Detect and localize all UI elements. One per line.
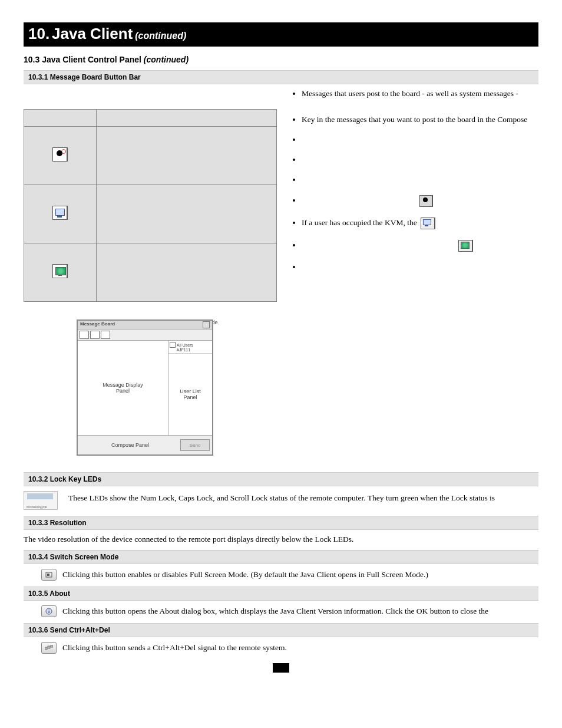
section-number-title: 10.3 Java Client Control Panel (24, 55, 141, 64)
right-column: Messages that users post to the board - … (291, 89, 538, 282)
table-row (24, 243, 277, 302)
list-item: Messages that users post to the board - … (302, 89, 538, 98)
ctrl-alt-del-button-icon[interactable] (41, 642, 57, 654)
chat-disable-icon (52, 147, 68, 162)
lock-key-row: These LEDs show the Num Lock, Caps Lock,… (24, 491, 538, 510)
table-row (24, 185, 277, 243)
user-list-label: User List Panel (180, 388, 201, 400)
button-bar-icon-table (24, 109, 277, 302)
toolbar-button-icon (80, 331, 89, 339)
chapter-title: Java Client (52, 25, 133, 42)
list-item (302, 240, 538, 252)
subsection-heading-1032: 10.3.2 Lock Key LEDs (24, 472, 538, 486)
list-item: Key in the messages that you want to pos… (302, 115, 538, 124)
message-display-label: Message Display Panel (103, 382, 143, 394)
resolution-text: The video resolution of the device conne… (24, 535, 538, 544)
switch-screen-text: Clicking this button enables or disables… (62, 570, 428, 579)
svg-rect-5 (47, 574, 49, 576)
list-item (302, 262, 538, 272)
message-board-window: Message Board Message Display Panel (77, 319, 213, 456)
compose-label: Compose Panel (80, 442, 180, 448)
message-display-panel: Message Display Panel (78, 341, 168, 435)
page-number (24, 663, 538, 675)
ctrl-alt-del-text: Clicking this button sends a Ctrl+Alt+De… (62, 643, 287, 653)
two-column-layout: Button Bar Hide / Unhide User List Messa… (24, 89, 538, 456)
window-control-icon (203, 321, 210, 328)
toolbar-button-icon (90, 331, 100, 339)
svg-rect-8 (45, 647, 47, 650)
list-item (302, 135, 538, 144)
message-board-buttonbar (78, 330, 212, 341)
compose-panel: Compose Panel Send (78, 435, 212, 454)
user-list-header: All Users #JF111 (168, 341, 212, 354)
section-continued: (continued) (144, 55, 189, 64)
subsection-heading-1036: 10.3.6 Send Ctrl+Alt+Del (24, 623, 538, 637)
toolbar-button-icon (101, 331, 110, 339)
kvm-occupy-icon (52, 206, 68, 220)
subsection-heading-1034: 10.3.4 Switch Screen Mode (24, 550, 538, 564)
chat-disable-icon (419, 195, 433, 207)
list-item: If a user has occupied the KVM, the (302, 218, 538, 229)
svg-rect-9 (48, 646, 50, 648)
message-board-titlebar: Message Board (78, 321, 212, 330)
all-users-label: All Users (177, 343, 193, 347)
message-board-title: Message Board (80, 321, 115, 328)
section-title: 10.3 Java Client Control Panel (continue… (24, 55, 538, 64)
page: 10. Java Client (continued) 10.3 Java Cl… (0, 0, 562, 699)
about-button-icon[interactable]: i (41, 605, 57, 617)
chapter-bar: 10. Java Client (continued) (24, 22, 538, 47)
lock-leds-text: These LEDs show the Num Lock, Caps Lock,… (68, 493, 495, 503)
user-list-panel-area: All Users #JF111 User List Panel (168, 341, 212, 435)
message-board-diagram: Button Bar Hide / Unhide User List Messa… (74, 319, 227, 456)
list-item (302, 195, 538, 207)
monitor-icon (52, 264, 68, 278)
about-row: i Clicking this button opens the About d… (24, 605, 538, 617)
send-button[interactable]: Send (180, 439, 210, 451)
table-row (24, 127, 277, 185)
checkbox-icon (170, 342, 176, 348)
monitor-icon (458, 240, 473, 252)
list-item (302, 155, 538, 164)
table-header-row (24, 110, 277, 127)
left-column: Button Bar Hide / Unhide User List Messa… (24, 89, 277, 456)
message-board-body: Message Display Panel All Users #JF111 (78, 341, 212, 435)
subsection-heading-1031: 10.3.1 Message Board Button Bar (24, 70, 538, 84)
list-item (302, 175, 538, 185)
bullet-text: If a user has occupied the KVM, the (302, 218, 417, 227)
switch-screen-button-icon[interactable] (41, 569, 57, 581)
chapter-number: 10. (28, 25, 49, 42)
svg-rect-10 (51, 645, 53, 647)
switch-screen-row: Clicking this button enables or disables… (24, 569, 538, 581)
user-list-panel: User List Panel (168, 354, 212, 435)
subsection-heading-1035: 10.3.5 About (24, 587, 538, 601)
bullet-list: Messages that users post to the board - … (291, 89, 538, 272)
lock-leds-image (24, 491, 58, 510)
subsection-heading-1033: 10.3.3 Resolution (24, 516, 538, 530)
about-text: Clicking this button opens the About dia… (62, 607, 488, 616)
ctrl-alt-del-row: Clicking this button sends a Ctrl+Alt+De… (24, 642, 538, 654)
kvm-occupy-icon (421, 218, 435, 229)
chapter-continued: (continued) (135, 31, 186, 41)
user-entry: #JF111 (170, 348, 211, 352)
